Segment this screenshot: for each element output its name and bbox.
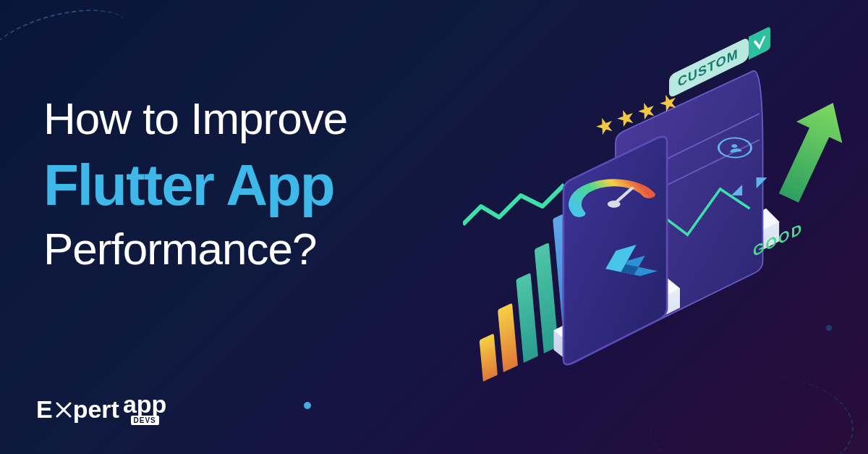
title-line-3: Performance? bbox=[43, 224, 347, 274]
page-title: How to Improve Flutter App Performance? bbox=[43, 94, 347, 274]
svg-point-2 bbox=[731, 144, 738, 148]
svg-point-0 bbox=[61, 408, 65, 411]
logo-text-app: app bbox=[123, 395, 166, 414]
logo-text-devs: DEVS bbox=[131, 416, 159, 425]
title-line-2: Flutter App bbox=[43, 156, 347, 214]
logo-app-group: app DEVS bbox=[123, 395, 166, 425]
title-line-1: How to Improve bbox=[43, 94, 347, 143]
logo-text-pert: pert bbox=[73, 395, 119, 424]
growth-arrow-icon bbox=[774, 94, 846, 210]
logo-letter-e: E bbox=[36, 395, 53, 424]
bar bbox=[498, 303, 518, 372]
bar bbox=[516, 273, 537, 363]
decorative-dash-top bbox=[0, 0, 135, 91]
bar bbox=[480, 333, 498, 382]
hero-illustration: CUSTOM ◀ ▶ GOOD bbox=[448, 36, 839, 413]
decorative-dot bbox=[304, 402, 311, 409]
front-phone bbox=[542, 123, 694, 369]
brand-logo: E pert app DEVS bbox=[36, 395, 166, 425]
logo-x-icon bbox=[54, 400, 73, 419]
